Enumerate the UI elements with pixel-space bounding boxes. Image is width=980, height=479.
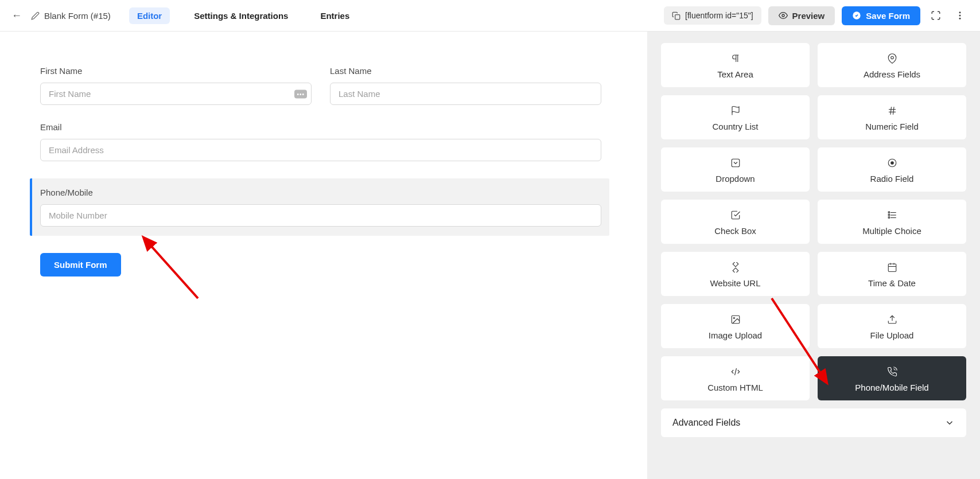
- field-address[interactable]: Address Fields: [818, 43, 966, 87]
- field-label: Text Area: [717, 69, 753, 79]
- field-label: Image Upload: [709, 330, 762, 340]
- last-name-col: Last Name: [330, 66, 601, 105]
- name-row: First Name ••• Last Name: [40, 66, 601, 105]
- field-label: Website URL: [710, 278, 760, 288]
- radio-icon: [887, 157, 897, 169]
- input-options-icon[interactable]: •••: [294, 89, 307, 98]
- svg-point-1: [782, 14, 784, 17]
- svg-rect-23: [733, 268, 738, 272]
- svg-line-31: [734, 368, 736, 375]
- field-dropdown[interactable]: Dropdown: [661, 147, 810, 192]
- tab-entries[interactable]: Entries: [312, 7, 357, 24]
- tab-editor[interactable]: Editor: [129, 7, 170, 24]
- svg-rect-22: [733, 262, 738, 267]
- svg-point-29: [733, 317, 734, 318]
- image-icon: [730, 313, 741, 326]
- first-name-wrap: •••: [40, 83, 312, 105]
- svg-point-5: [959, 18, 961, 20]
- check-circle-icon: [852, 11, 861, 20]
- field-label: Country List: [712, 122, 758, 131]
- list-icon: [887, 209, 897, 221]
- annotation-arrow-left: [141, 235, 209, 304]
- field-label: Dropdown: [715, 174, 755, 184]
- upload-icon: [887, 313, 897, 326]
- submit-button[interactable]: Submit Form: [40, 253, 121, 277]
- form-canvas: First Name ••• Last Name Email Phone/Mob…: [0, 32, 647, 479]
- tabs: Editor Settings & Integrations Entries: [129, 7, 357, 24]
- flag-icon: [730, 104, 741, 117]
- field-label: File Upload: [870, 330, 914, 340]
- field-file-upload[interactable]: File Upload: [818, 304, 966, 348]
- svg-rect-20: [888, 215, 889, 216]
- copy-icon: [672, 11, 680, 20]
- field-label: Custom HTML: [707, 383, 763, 392]
- svg-point-4: [959, 15, 961, 17]
- field-label: Radio Field: [870, 174, 914, 184]
- shortcode-box[interactable]: [fluentform id="15"]: [664, 6, 761, 25]
- fields-sidebar: Text Area Address Fields Country List Nu…: [647, 32, 980, 479]
- topbar-right: [fluentform id="15"] Preview Save Form: [664, 6, 969, 25]
- field-time-date[interactable]: Time & Date: [818, 252, 966, 296]
- main-layout: First Name ••• Last Name Email Phone/Mob…: [0, 32, 980, 479]
- field-label: Time & Date: [868, 278, 916, 288]
- preview-label: Preview: [792, 11, 825, 21]
- save-button[interactable]: Save Form: [842, 6, 920, 25]
- field-phone-mobile[interactable]: Phone/Mobile Field: [818, 356, 966, 400]
- link-icon: [730, 261, 741, 274]
- last-name-label: Last Name: [330, 66, 601, 76]
- svg-rect-13: [732, 159, 740, 167]
- hash-icon: [887, 104, 897, 117]
- topbar: ← Blank Form (#15) Editor Settings & Int…: [0, 0, 980, 32]
- tab-settings[interactable]: Settings & Integrations: [186, 7, 296, 24]
- checkbox-icon: [730, 209, 741, 221]
- eye-icon: [779, 11, 788, 20]
- pencil-icon: [31, 11, 40, 20]
- field-image-upload[interactable]: Image Upload: [661, 304, 810, 348]
- shortcode-text: [fluentform id="15"]: [685, 11, 753, 20]
- last-name-input[interactable]: [330, 83, 601, 105]
- field-text-area[interactable]: Text Area: [661, 43, 810, 87]
- field-numeric[interactable]: Numeric Field: [818, 95, 966, 139]
- chevron-down-box-icon: [730, 157, 741, 169]
- svg-rect-24: [888, 264, 896, 272]
- first-name-label: First Name: [40, 66, 312, 76]
- field-custom-html[interactable]: Custom HTML: [661, 356, 810, 400]
- topbar-left: ← Blank Form (#15): [11, 10, 111, 22]
- expand-icon[interactable]: [927, 8, 944, 23]
- field-website[interactable]: Website URL: [661, 252, 810, 296]
- svg-rect-19: [888, 212, 889, 213]
- svg-point-7: [890, 56, 893, 59]
- preview-button[interactable]: Preview: [768, 6, 835, 25]
- email-input[interactable]: [40, 139, 601, 161]
- field-label: Multiple Choice: [862, 226, 921, 236]
- chevron-down-icon: [944, 418, 955, 428]
- field-label: Check Box: [714, 226, 756, 236]
- field-multiple-choice[interactable]: Multiple Choice: [818, 200, 966, 244]
- svg-rect-0: [675, 14, 680, 19]
- field-label: Phone/Mobile Field: [855, 383, 928, 392]
- paragraph-icon: [730, 52, 741, 65]
- map-pin-icon: [887, 52, 897, 65]
- email-block[interactable]: Email: [40, 122, 601, 161]
- advanced-fields-toggle[interactable]: Advanced Fields: [661, 408, 966, 437]
- email-label: Email: [40, 122, 601, 132]
- first-name-input[interactable]: [40, 83, 312, 105]
- field-country[interactable]: Country List: [661, 95, 810, 139]
- phone-block[interactable]: Phone/Mobile: [30, 178, 609, 236]
- first-name-col: First Name •••: [40, 66, 312, 105]
- svg-line-12: [893, 107, 894, 115]
- calendar-icon: [887, 261, 897, 274]
- svg-rect-21: [888, 217, 889, 218]
- field-checkbox[interactable]: Check Box: [661, 200, 810, 244]
- svg-line-6: [149, 244, 198, 298]
- field-label: Numeric Field: [865, 122, 919, 131]
- code-icon: [730, 365, 741, 378]
- more-vertical-icon[interactable]: [951, 8, 969, 23]
- back-arrow-icon[interactable]: ←: [11, 10, 22, 22]
- field-radio[interactable]: Radio Field: [818, 147, 966, 192]
- phone-icon: [887, 365, 897, 378]
- form-title: Blank Form (#15): [44, 11, 111, 21]
- phone-input[interactable]: [40, 204, 601, 227]
- form-title-wrap[interactable]: Blank Form (#15): [31, 11, 111, 21]
- field-grid: Text Area Address Fields Country List Nu…: [661, 43, 966, 400]
